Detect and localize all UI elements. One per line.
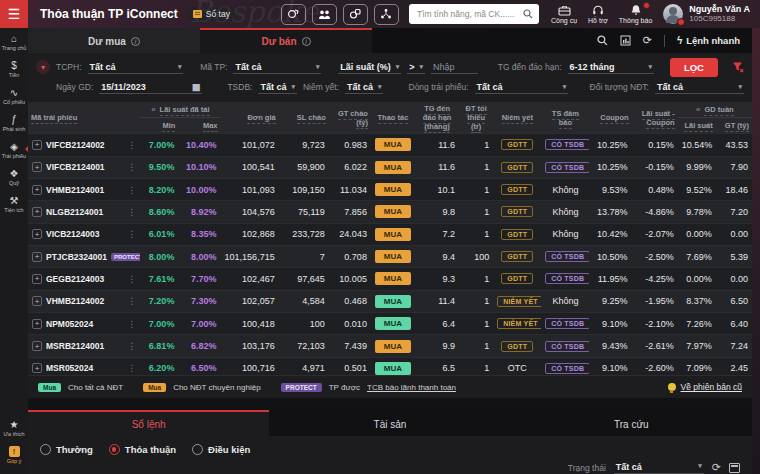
col-price[interactable]: Đơn giá	[247, 113, 275, 124]
expand-row-icon[interactable]: +	[32, 207, 42, 217]
expand-row-icon[interactable]: +	[32, 296, 42, 306]
status-select[interactable]: Tất cả▾	[614, 461, 704, 474]
ecosystem-app-button[interactable]	[374, 4, 399, 25]
col-listing[interactable]: Niêm yết	[502, 113, 533, 124]
col-week-rate[interactable]: Lãi suất	[684, 121, 712, 132]
sidebar-item-home[interactable]: ⌂Trang chủ	[0, 28, 28, 55]
collateral-select[interactable]: Tất cả▾	[258, 81, 297, 94]
radio-order-type-1[interactable]: Thường	[40, 444, 93, 455]
sidebar-item-money[interactable]: $Tiền	[0, 55, 28, 82]
expand-row-icon[interactable]: +	[32, 252, 42, 262]
bond-line-select[interactable]: Tất cả▾	[475, 81, 569, 94]
kebab-menu-icon[interactable]: ⋮	[127, 140, 136, 150]
bottom-tab-2[interactable]: Tài sản	[269, 410, 510, 436]
kebab-menu-icon[interactable]: ⋮	[127, 274, 136, 284]
buy-button[interactable]: MUA	[375, 362, 411, 375]
table-search-icon[interactable]	[597, 35, 608, 46]
trade-date-input[interactable]: 15/11/2023▦	[99, 81, 202, 94]
kebab-menu-icon[interactable]: ⋮	[127, 296, 136, 306]
col-qty[interactable]: SL chào	[297, 113, 326, 124]
community-app-button[interactable]	[312, 4, 337, 25]
maturity-select[interactable]: 6-12 tháng▾	[568, 61, 654, 74]
collapse-columns-icon[interactable]: «	[151, 105, 155, 114]
expand-row-icon[interactable]: +	[32, 341, 42, 351]
expand-row-icon[interactable]: +	[32, 319, 42, 329]
sidebar-item-bonds[interactable]: ◈Trái phiếu	[0, 136, 28, 163]
rate-operator-select[interactable]: >▾	[407, 61, 425, 74]
protect-guarantee-link[interactable]: TCB bảo lãnh thanh toán	[367, 383, 456, 392]
kebab-menu-icon[interactable]: ⋮	[127, 207, 136, 217]
refresh-orders-icon[interactable]: ⟳	[712, 461, 721, 474]
col-value[interactable]: GT chào (tỷ)	[338, 109, 368, 129]
rate-input[interactable]: Nhập	[431, 61, 478, 74]
buy-button[interactable]: MUA	[375, 317, 411, 330]
quick-order-button[interactable]: ϟ Lệnh nhanh	[677, 35, 740, 46]
col-max[interactable]: Max	[203, 121, 218, 132]
radio-order-type-3[interactable]: Điều kiện	[192, 444, 250, 455]
filter-button[interactable]: LỌC	[670, 58, 718, 77]
collapse-columns-icon[interactable]: «	[696, 105, 700, 114]
sidebar-item-favorites[interactable]: ★ Ưa thích	[0, 414, 28, 441]
kebab-menu-icon[interactable]: ⋮	[127, 363, 136, 373]
refresh-icon[interactable]: ⟳	[643, 34, 652, 47]
buy-button[interactable]: MUA	[375, 161, 411, 174]
col-min-invest[interactable]: ĐT tối thiểu (tr)	[466, 104, 487, 133]
col-rate-minus-coupon[interactable]: Lãi suất - Coupon	[642, 109, 675, 129]
kebab-menu-icon[interactable]: ⋮	[127, 319, 136, 329]
col-collateral[interactable]: TS đảm bảo	[552, 109, 579, 129]
buy-button[interactable]: MUA	[375, 205, 411, 218]
chart-icon[interactable]	[620, 35, 631, 46]
rate-field-select[interactable]: Lãi suất (%)▾	[338, 61, 401, 74]
portfolio-app-button[interactable]	[343, 4, 368, 25]
collapse-filters-icon[interactable]: ▾	[36, 60, 50, 74]
listing-select[interactable]: Tất cả▾	[345, 81, 384, 94]
investor-select[interactable]: Tất cả▾	[655, 81, 744, 94]
calendar-icon[interactable]: ▦	[192, 82, 201, 92]
support-button[interactable]: Hỗ trợ	[588, 5, 608, 24]
hamburger-menu-icon[interactable]: ☰	[0, 0, 28, 28]
bottom-tab-3[interactable]: Tra cứu	[511, 410, 752, 436]
col-code[interactable]: Mã trái phiếu	[31, 113, 77, 124]
buy-button[interactable]: MUA	[375, 228, 411, 241]
col-min[interactable]: Min	[162, 121, 175, 132]
kebab-menu-icon[interactable]: ⋮	[127, 162, 136, 172]
tab-du-mua[interactable]: Dư mua i	[28, 28, 200, 53]
buy-button[interactable]: MUA	[375, 272, 411, 285]
buy-button[interactable]: MUA	[375, 250, 411, 263]
expand-row-icon[interactable]: +	[32, 229, 42, 239]
info-icon[interactable]: i	[302, 37, 311, 46]
money-transfer-app-button[interactable]	[281, 4, 306, 25]
expand-row-icon[interactable]: +	[32, 274, 42, 284]
col-rate-group[interactable]: Lãi suất đã tái	[160, 105, 210, 116]
col-action[interactable]: Thao tác	[378, 113, 409, 124]
bond-code-select[interactable]: Tất cả▾	[233, 61, 321, 74]
expand-row-icon[interactable]: +	[32, 162, 42, 172]
expand-row-icon[interactable]: +	[32, 185, 42, 195]
buy-button[interactable]: MUA	[375, 340, 411, 353]
sidebar-item-derivatives[interactable]: ƒPhái sinh	[0, 109, 28, 136]
sidebar-item-feedback[interactable]: ! Góp ý	[0, 441, 28, 474]
sidebar-item-funds[interactable]: ❖Quỹ	[0, 163, 28, 190]
buy-button[interactable]: MUA	[375, 138, 411, 151]
user-menu[interactable]: Nguyễn Văn A 105C995188	[663, 4, 750, 24]
expand-row-icon[interactable]: +	[32, 363, 42, 373]
issuer-select[interactable]: Tất cả▾	[88, 61, 184, 74]
kebab-menu-icon[interactable]: ⋮	[127, 185, 136, 195]
kebab-menu-icon[interactable]: ⋮	[127, 341, 136, 351]
col-week-group[interactable]: GD tuần	[704, 105, 733, 116]
info-icon[interactable]: i	[131, 37, 140, 46]
search-input[interactable]	[415, 8, 519, 20]
tab-du-ban[interactable]: Dư bán i	[200, 28, 372, 53]
expand-row-icon[interactable]: +	[32, 140, 42, 150]
popout-icon[interactable]	[729, 463, 740, 473]
col-maturity[interactable]: TG đến đáo hạn (tháng)	[423, 104, 452, 133]
tools-button[interactable]: Công cụ	[551, 5, 577, 24]
buy-button[interactable]: MUA	[375, 295, 411, 308]
buy-button[interactable]: MUA	[375, 183, 411, 196]
col-coupon[interactable]: Coupon	[600, 113, 628, 124]
col-week-value[interactable]: GT (tỷ)	[725, 121, 749, 132]
kebab-menu-icon[interactable]: ⋮	[127, 229, 136, 239]
sidebar-item-stocks[interactable]: ∿Cổ phiếu	[0, 82, 28, 109]
sidebar-item-utilities[interactable]: ⚒Tiện ích	[0, 190, 28, 217]
radio-order-type-2[interactable]: Thỏa thuận	[109, 444, 176, 455]
